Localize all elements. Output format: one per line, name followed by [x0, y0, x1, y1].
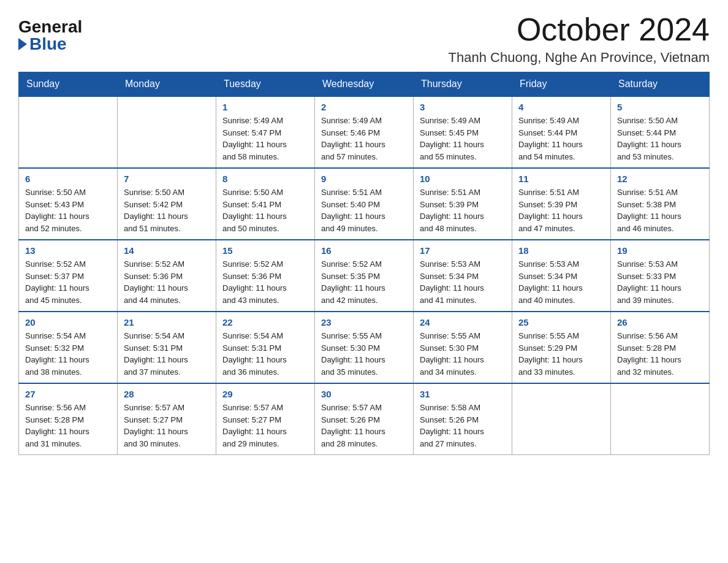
- day-number: 9: [321, 174, 407, 184]
- day-number: 22: [222, 317, 308, 327]
- calendar-cell: 27Sunrise: 5:56 AM Sunset: 5:28 PM Dayli…: [19, 383, 118, 455]
- logo-blue-text: Blue: [18, 36, 67, 53]
- calendar-cell: 16Sunrise: 5:52 AM Sunset: 5:35 PM Dayli…: [315, 240, 414, 312]
- day-number: 8: [222, 174, 308, 184]
- day-number: 20: [25, 317, 111, 327]
- day-number: 2: [321, 102, 407, 112]
- week-row-5: 27Sunrise: 5:56 AM Sunset: 5:28 PM Dayli…: [19, 383, 710, 455]
- weekday-header-sunday: Sunday: [19, 72, 118, 97]
- day-number: 25: [518, 317, 604, 327]
- day-number: 13: [25, 245, 111, 256]
- day-number: 29: [222, 389, 308, 399]
- calendar-table: SundayMondayTuesdayWednesdayThursdayFrid…: [18, 72, 710, 455]
- day-info: Sunrise: 5:49 AM Sunset: 5:44 PM Dayligh…: [518, 115, 604, 163]
- calendar-cell: [512, 383, 611, 455]
- weekday-header-monday: Monday: [118, 72, 216, 97]
- day-info: Sunrise: 5:53 AM Sunset: 5:34 PM Dayligh…: [420, 258, 506, 306]
- calendar-cell: 4Sunrise: 5:49 AM Sunset: 5:44 PM Daylig…: [512, 96, 611, 168]
- calendar-cell: 17Sunrise: 5:53 AM Sunset: 5:34 PM Dayli…: [414, 240, 512, 312]
- day-info: Sunrise: 5:52 AM Sunset: 5:35 PM Dayligh…: [321, 258, 407, 306]
- day-info: Sunrise: 5:52 AM Sunset: 5:37 PM Dayligh…: [25, 258, 111, 306]
- day-number: 23: [321, 317, 407, 327]
- day-number: 27: [25, 389, 111, 399]
- calendar-cell: 10Sunrise: 5:51 AM Sunset: 5:39 PM Dayli…: [414, 168, 512, 240]
- day-number: 19: [617, 245, 703, 256]
- calendar-cell: 26Sunrise: 5:56 AM Sunset: 5:28 PM Dayli…: [611, 312, 710, 383]
- calendar-cell: [19, 96, 118, 168]
- day-info: Sunrise: 5:50 AM Sunset: 5:43 PM Dayligh…: [25, 186, 111, 234]
- day-info: Sunrise: 5:54 AM Sunset: 5:31 PM Dayligh…: [222, 330, 308, 378]
- day-info: Sunrise: 5:55 AM Sunset: 5:29 PM Dayligh…: [518, 330, 604, 378]
- day-info: Sunrise: 5:50 AM Sunset: 5:41 PM Dayligh…: [222, 186, 308, 234]
- month-title: October 2024: [449, 12, 710, 47]
- day-number: 30: [321, 389, 407, 399]
- day-info: Sunrise: 5:49 AM Sunset: 5:45 PM Dayligh…: [420, 115, 506, 163]
- day-info: Sunrise: 5:56 AM Sunset: 5:28 PM Dayligh…: [617, 330, 703, 378]
- day-info: Sunrise: 5:54 AM Sunset: 5:31 PM Dayligh…: [124, 330, 210, 378]
- day-info: Sunrise: 5:55 AM Sunset: 5:30 PM Dayligh…: [321, 330, 407, 378]
- day-number: 15: [222, 245, 308, 256]
- calendar-cell: 20Sunrise: 5:54 AM Sunset: 5:32 PM Dayli…: [19, 312, 118, 383]
- day-info: Sunrise: 5:52 AM Sunset: 5:36 PM Dayligh…: [124, 258, 210, 306]
- calendar-cell: 3Sunrise: 5:49 AM Sunset: 5:45 PM Daylig…: [414, 96, 512, 168]
- weekday-header-thursday: Thursday: [414, 72, 512, 97]
- calendar-cell: 23Sunrise: 5:55 AM Sunset: 5:30 PM Dayli…: [315, 312, 414, 383]
- day-number: 17: [420, 245, 506, 256]
- weekday-header-tuesday: Tuesday: [216, 72, 315, 97]
- day-number: 21: [124, 317, 210, 327]
- calendar-cell: 15Sunrise: 5:52 AM Sunset: 5:36 PM Dayli…: [216, 240, 315, 312]
- week-row-4: 20Sunrise: 5:54 AM Sunset: 5:32 PM Dayli…: [19, 312, 710, 383]
- day-number: 24: [420, 317, 506, 327]
- calendar-cell: 9Sunrise: 5:51 AM Sunset: 5:40 PM Daylig…: [315, 168, 414, 240]
- day-info: Sunrise: 5:53 AM Sunset: 5:33 PM Dayligh…: [617, 258, 703, 306]
- week-row-3: 13Sunrise: 5:52 AM Sunset: 5:37 PM Dayli…: [19, 240, 710, 312]
- calendar-cell: 28Sunrise: 5:57 AM Sunset: 5:27 PM Dayli…: [118, 383, 216, 455]
- logo-triangle-icon: [18, 38, 27, 50]
- calendar-cell: [118, 96, 216, 168]
- day-info: Sunrise: 5:58 AM Sunset: 5:26 PM Dayligh…: [420, 402, 506, 450]
- calendar-cell: 19Sunrise: 5:53 AM Sunset: 5:33 PM Dayli…: [611, 240, 710, 312]
- day-info: Sunrise: 5:49 AM Sunset: 5:46 PM Dayligh…: [321, 115, 407, 163]
- page-header: General Blue October 2024 Thanh Chuong, …: [18, 12, 710, 66]
- calendar-cell: 29Sunrise: 5:57 AM Sunset: 5:27 PM Dayli…: [216, 383, 315, 455]
- weekday-header-wednesday: Wednesday: [315, 72, 414, 97]
- day-info: Sunrise: 5:54 AM Sunset: 5:32 PM Dayligh…: [25, 330, 111, 378]
- day-info: Sunrise: 5:51 AM Sunset: 5:39 PM Dayligh…: [420, 186, 506, 234]
- calendar-cell: 18Sunrise: 5:53 AM Sunset: 5:34 PM Dayli…: [512, 240, 611, 312]
- title-area: October 2024 Thanh Chuong, Nghe An Provi…: [449, 12, 710, 66]
- calendar-cell: 14Sunrise: 5:52 AM Sunset: 5:36 PM Dayli…: [118, 240, 216, 312]
- day-info: Sunrise: 5:51 AM Sunset: 5:40 PM Dayligh…: [321, 186, 407, 234]
- day-number: 3: [420, 102, 506, 112]
- calendar-cell: 8Sunrise: 5:50 AM Sunset: 5:41 PM Daylig…: [216, 168, 315, 240]
- calendar-cell: 6Sunrise: 5:50 AM Sunset: 5:43 PM Daylig…: [19, 168, 118, 240]
- calendar-cell: 24Sunrise: 5:55 AM Sunset: 5:30 PM Dayli…: [414, 312, 512, 383]
- day-number: 6: [25, 174, 111, 184]
- calendar-cell: 25Sunrise: 5:55 AM Sunset: 5:29 PM Dayli…: [512, 312, 611, 383]
- day-info: Sunrise: 5:50 AM Sunset: 5:44 PM Dayligh…: [617, 115, 703, 163]
- day-number: 11: [518, 174, 604, 184]
- day-number: 28: [124, 389, 210, 399]
- day-number: 4: [518, 102, 604, 112]
- week-row-2: 6Sunrise: 5:50 AM Sunset: 5:43 PM Daylig…: [19, 168, 710, 240]
- day-info: Sunrise: 5:53 AM Sunset: 5:34 PM Dayligh…: [518, 258, 604, 306]
- day-number: 18: [518, 245, 604, 256]
- day-info: Sunrise: 5:50 AM Sunset: 5:42 PM Dayligh…: [124, 186, 210, 234]
- calendar-cell: 21Sunrise: 5:54 AM Sunset: 5:31 PM Dayli…: [118, 312, 216, 383]
- day-info: Sunrise: 5:55 AM Sunset: 5:30 PM Dayligh…: [420, 330, 506, 378]
- day-number: 12: [617, 174, 703, 184]
- day-number: 7: [124, 174, 210, 184]
- location-title: Thanh Chuong, Nghe An Province, Vietnam: [449, 50, 710, 66]
- day-info: Sunrise: 5:57 AM Sunset: 5:27 PM Dayligh…: [124, 402, 210, 450]
- calendar-header-row: SundayMondayTuesdayWednesdayThursdayFrid…: [19, 72, 710, 97]
- calendar-cell: 5Sunrise: 5:50 AM Sunset: 5:44 PM Daylig…: [611, 96, 710, 168]
- calendar-cell: 7Sunrise: 5:50 AM Sunset: 5:42 PM Daylig…: [118, 168, 216, 240]
- day-info: Sunrise: 5:51 AM Sunset: 5:39 PM Dayligh…: [518, 186, 604, 234]
- calendar-cell: 13Sunrise: 5:52 AM Sunset: 5:37 PM Dayli…: [19, 240, 118, 312]
- day-number: 5: [617, 102, 703, 112]
- calendar-cell: [611, 383, 710, 455]
- day-info: Sunrise: 5:52 AM Sunset: 5:36 PM Dayligh…: [222, 258, 308, 306]
- calendar-cell: 12Sunrise: 5:51 AM Sunset: 5:38 PM Dayli…: [611, 168, 710, 240]
- week-row-1: 1Sunrise: 5:49 AM Sunset: 5:47 PM Daylig…: [19, 96, 710, 168]
- calendar-cell: 11Sunrise: 5:51 AM Sunset: 5:39 PM Dayli…: [512, 168, 611, 240]
- day-number: 10: [420, 174, 506, 184]
